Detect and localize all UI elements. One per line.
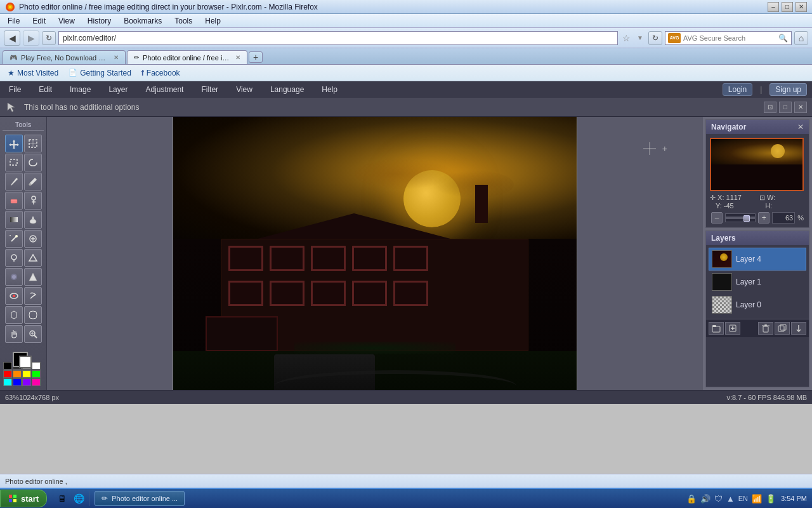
task-pixlr[interactable]: ✏ Photo editor online ... [95, 491, 185, 506]
app-menu-layer[interactable]: Layer [105, 84, 131, 95]
menu-tools[interactable]: Tools [169, 15, 197, 27]
tab-pixlr[interactable]: ✏ Photo editor online / free image editi… [127, 50, 247, 64]
tab-pixlr-close[interactable]: ✕ [235, 54, 240, 61]
zoom-thumb[interactable] [743, 215, 750, 222]
tool-rect-select[interactable] [5, 154, 23, 171]
tool-bucket[interactable] [24, 211, 42, 229]
menu-view[interactable]: View [53, 15, 80, 27]
tab-game[interactable]: 🎮 Play Free, No Download Game | Thirs...… [3, 50, 126, 64]
tool-gradient[interactable] [5, 211, 23, 229]
window-controls[interactable]: – □ ✕ [768, 2, 807, 12]
app-menu-help[interactable]: Help [318, 84, 341, 95]
browser-quick-btn[interactable]: 🌐 [71, 491, 86, 506]
options-maximize[interactable]: ⊡ [764, 102, 776, 113]
zoom-value[interactable]: 63 [772, 212, 795, 224]
tab-game-close[interactable]: ✕ [114, 54, 119, 61]
color-black[interactable] [3, 362, 12, 370]
color-blue[interactable] [13, 378, 22, 386]
layer-item-0[interactable]: Layer 0 [709, 293, 806, 316]
svg-marker-21 [29, 255, 37, 261]
app-menu-view[interactable]: View [232, 84, 256, 95]
options-close[interactable]: ✕ [794, 102, 807, 113]
zoom-out-btn[interactable]: – [711, 212, 723, 224]
app-menu-adjustment[interactable]: Adjustment [141, 84, 187, 95]
navigator-close[interactable]: ✕ [797, 123, 804, 131]
refresh-btn2[interactable]: ↻ [648, 31, 662, 45]
tool-brush[interactable] [24, 173, 42, 190]
color-purple[interactable] [22, 378, 31, 386]
color-green[interactable] [32, 370, 41, 378]
new-layer-btn[interactable] [725, 322, 740, 335]
menu-history[interactable]: History [82, 15, 116, 27]
start-button[interactable]: start [0, 490, 47, 507]
color-red[interactable] [3, 370, 12, 378]
tool-hand[interactable] [5, 325, 23, 343]
add-group-btn[interactable] [709, 322, 724, 335]
new-tab-btn[interactable]: + [249, 51, 263, 63]
bookmark-getting-started[interactable]: 📄 Getting Started [66, 67, 134, 79]
bookmark-star2[interactable]: ▼ [634, 32, 646, 44]
color-yellow[interactable] [22, 370, 31, 378]
tool-smudge[interactable] [24, 287, 42, 305]
app-menu-edit[interactable]: Edit [35, 84, 56, 95]
background-color[interactable] [19, 356, 32, 368]
tool-warp[interactable] [24, 306, 42, 324]
menu-file[interactable]: File [3, 15, 25, 27]
bookmark-facebook[interactable]: f Facebook [139, 67, 183, 79]
layer-item-4[interactable]: Layer 4 [709, 248, 806, 271]
navigator-thumbnail[interactable] [710, 138, 804, 191]
tool-healing[interactable] [24, 230, 42, 248]
merge-layers-btn[interactable] [791, 322, 806, 335]
bookmark-star[interactable]: ☆ [620, 32, 632, 44]
color-teal[interactable] [3, 378, 12, 386]
login-btn[interactable]: Login [723, 83, 752, 96]
tool-move[interactable] [5, 135, 23, 152]
tool-selection[interactable] [24, 135, 42, 152]
canvas[interactable] [173, 117, 577, 390]
color-orange[interactable] [13, 370, 22, 378]
tool-magic-wand[interactable] [5, 230, 23, 248]
zoom-in-btn[interactable]: + [758, 212, 769, 224]
app-menu-filter[interactable]: Filter [197, 84, 222, 95]
layer-item-1[interactable]: Layer 1 [709, 271, 806, 293]
tool-lasso[interactable] [24, 154, 42, 171]
tray-show-hidden[interactable]: ▲ [726, 494, 735, 504]
maximize-btn[interactable]: □ [782, 2, 793, 12]
app-menu-file[interactable]: File [5, 84, 25, 95]
tool-blur[interactable] [5, 268, 23, 286]
zoom-slider[interactable] [725, 213, 756, 222]
home-btn[interactable]: ⌂ [794, 31, 808, 45]
tool-zoom[interactable] [24, 325, 42, 343]
canvas-area[interactable]: + [47, 117, 703, 390]
tool-clone[interactable] [24, 192, 42, 210]
menu-edit[interactable]: Edit [27, 15, 51, 27]
app-menu-image[interactable]: Image [66, 84, 95, 95]
menu-help[interactable]: Help [200, 15, 226, 27]
search-btn[interactable]: 🔍 [777, 32, 789, 44]
tool-shape[interactable] [24, 249, 42, 267]
app-menu-language[interactable]: Language [266, 84, 308, 95]
refresh-btn[interactable]: ↻ [42, 31, 56, 45]
color-pink[interactable] [32, 378, 41, 386]
menu-bookmarks[interactable]: Bookmarks [119, 15, 167, 27]
delete-layer-btn[interactable] [758, 322, 773, 335]
back-btn[interactable]: ◀ [4, 30, 20, 46]
close-btn[interactable]: ✕ [796, 2, 807, 12]
minimize-btn[interactable]: – [768, 2, 779, 12]
tool-red-eye[interactable] [5, 287, 23, 305]
bookmark-most-visited[interactable]: ★ Most Visited [5, 67, 61, 79]
forward-btn[interactable]: ▶ [23, 30, 39, 46]
duplicate-layer-btn[interactable] [775, 322, 790, 335]
tool-pencil[interactable] [5, 173, 23, 190]
tool-eraser[interactable] [5, 192, 23, 210]
search-input[interactable] [683, 34, 777, 42]
svg-rect-41 [778, 326, 784, 331]
signup-btn[interactable]: Sign up [769, 83, 807, 96]
tool-sharpen[interactable] [24, 268, 42, 286]
show-desktop-btn[interactable]: 🖥 [55, 491, 70, 506]
color-white[interactable] [32, 362, 41, 370]
tool-dodge[interactable] [5, 249, 23, 267]
address-bar[interactable] [58, 31, 618, 45]
tool-transform[interactable] [5, 306, 23, 324]
options-restore[interactable]: □ [779, 102, 792, 113]
